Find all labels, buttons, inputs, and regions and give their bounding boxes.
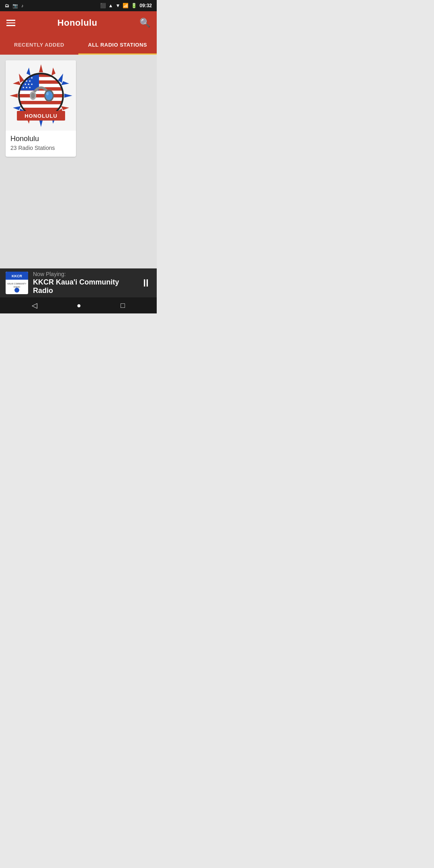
now-playing-bar[interactable]: KKCR KAUAI COMMUNITY RADIO Now Playing: … <box>0 268 157 297</box>
now-playing-info: Now Playing: KKCR Kaua'i Community Radio <box>33 271 136 295</box>
svg-marker-12 <box>27 68 31 76</box>
svg-marker-13 <box>51 68 55 76</box>
music-icon: ♪ <box>21 3 24 8</box>
svg-rect-22 <box>19 94 63 98</box>
honolulu-illustration: ★ ★ ★ ★ ★ ★ ★ ★ ★ ★ ★ ★ ★ ★ <box>9 63 73 128</box>
camera-icon: 📷 <box>12 3 18 8</box>
status-right-info: ⬛ ▲ ▼ 📶 🔋 09:32 <box>100 3 152 8</box>
station-count: 23 Radio Stations <box>10 145 71 151</box>
station-name: Honolulu <box>10 135 71 143</box>
svg-point-34 <box>45 91 53 100</box>
svg-rect-23 <box>19 101 63 104</box>
wifi-icon: ▼ <box>115 3 120 8</box>
app-title: Honolulu <box>57 18 97 28</box>
tab-all-radio-stations[interactable]: ALL RADIO STATIONS <box>78 35 157 55</box>
svg-marker-10 <box>13 106 21 110</box>
bluetooth-icon: ▲ <box>108 3 113 8</box>
svg-marker-2 <box>10 94 18 98</box>
search-icon[interactable]: 🔍 <box>139 18 150 28</box>
svg-marker-8 <box>13 81 21 85</box>
back-button[interactable]: ◁ <box>32 301 37 310</box>
status-left-icons: 🗂 📷 ♪ <box>5 3 24 8</box>
svg-text:★ ★ ★: ★ ★ ★ <box>22 86 31 89</box>
now-playing-logo: KKCR KAUAI COMMUNITY RADIO <box>6 272 28 294</box>
signal-icon: 📶 <box>123 3 129 8</box>
app-bar: Honolulu 🔍 <box>0 11 157 35</box>
now-playing-station: KKCR Kaua'i Community Radio <box>33 278 136 295</box>
nav-bar: ◁ ● □ <box>0 297 157 313</box>
svg-point-43 <box>14 288 19 293</box>
main-content: ★ ★ ★ ★ ★ ★ ★ ★ ★ ★ ★ ★ ★ ★ <box>0 55 157 268</box>
tab-recently-added[interactable]: RECENTLY ADDED <box>0 35 78 55</box>
station-card-image: ★ ★ ★ ★ ★ ★ ★ ★ ★ ★ ★ ★ ★ ★ <box>6 60 76 131</box>
svg-marker-0 <box>39 64 43 72</box>
station-card-info: Honolulu 23 Radio Stations <box>6 131 76 157</box>
battery-icon: 🔋 <box>131 3 137 8</box>
status-bar: 🗂 📷 ♪ ⬛ ▲ ▼ 📶 🔋 09:32 <box>0 0 157 11</box>
recents-button[interactable]: □ <box>121 301 125 310</box>
pause-button[interactable]: ⏸ <box>141 277 151 289</box>
svg-point-32 <box>31 93 35 98</box>
time-display: 09:32 <box>139 3 152 8</box>
svg-text:KKCR: KKCR <box>12 274 22 278</box>
svg-marker-9 <box>61 81 69 85</box>
svg-marker-11 <box>61 106 69 110</box>
menu-icon[interactable] <box>6 20 15 26</box>
kkcr-logo: KKCR KAUAI COMMUNITY RADIO <box>6 272 28 294</box>
svg-text:HONOLULU: HONOLULU <box>25 113 57 119</box>
tab-bar: RECENTLY ADDED ALL RADIO STATIONS <box>0 35 157 55</box>
cast-icon: ⬛ <box>100 3 106 8</box>
files-icon: 🗂 <box>5 3 9 8</box>
station-card-honolulu[interactable]: ★ ★ ★ ★ ★ ★ ★ ★ ★ ★ ★ ★ ★ ★ <box>6 60 76 157</box>
svg-marker-3 <box>64 94 72 98</box>
home-button[interactable]: ● <box>77 301 81 310</box>
svg-text:KAUAI COMMUNITY: KAUAI COMMUNITY <box>7 283 27 285</box>
now-playing-label: Now Playing: <box>33 271 136 277</box>
svg-point-35 <box>46 92 49 95</box>
